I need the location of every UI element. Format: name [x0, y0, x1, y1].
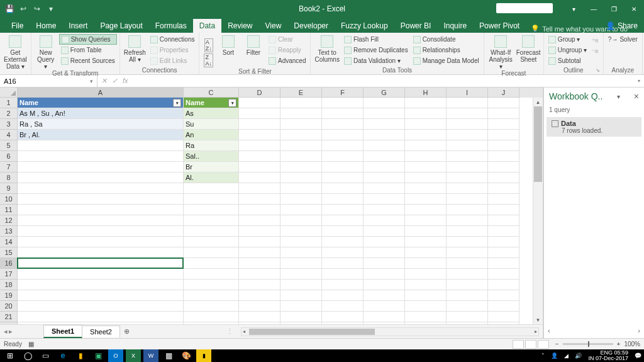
cell[interactable]	[488, 194, 519, 205]
row-header[interactable]: 6	[0, 151, 18, 162]
cell[interactable]	[488, 280, 519, 290]
cell[interactable]	[280, 290, 322, 301]
row-header[interactable]: 15	[0, 247, 18, 258]
get-external-data-button[interactable]: Get External Data ▾	[3, 34, 28, 70]
ungroup-button[interactable]: Ungroup ▾	[547, 45, 589, 55]
cell[interactable]	[447, 312, 488, 322]
cell[interactable]	[488, 322, 519, 324]
expand-formula-bar-icon[interactable]: ▾	[634, 78, 644, 84]
tab-inquire[interactable]: Inquire	[437, 19, 473, 33]
tab-power-bi[interactable]: Power BI	[394, 19, 438, 33]
cell[interactable]	[322, 301, 364, 312]
row-header[interactable]: 12	[0, 215, 18, 226]
cell[interactable]	[322, 140, 364, 151]
cell[interactable]	[488, 237, 519, 247]
subtotal-button[interactable]: Subtotal	[547, 55, 589, 66]
cell[interactable]	[184, 258, 239, 269]
cell[interactable]	[447, 130, 488, 140]
cell[interactable]	[364, 162, 405, 173]
cell[interactable]	[488, 290, 519, 301]
cell[interactable]	[447, 98, 488, 108]
cell[interactable]	[447, 301, 488, 312]
scroll-thumb[interactable]	[249, 329, 375, 335]
cell[interactable]	[405, 237, 447, 247]
cell[interactable]	[18, 173, 184, 183]
word-icon[interactable]: W	[143, 349, 158, 362]
cell[interactable]	[18, 280, 184, 290]
task-view-icon[interactable]: ▭	[38, 349, 53, 362]
cell[interactable]	[447, 140, 488, 151]
cell[interactable]	[364, 226, 405, 237]
redo-icon[interactable]: ↪	[31, 3, 43, 14]
cell[interactable]	[280, 98, 322, 108]
select-all-button[interactable]	[0, 88, 18, 98]
cell[interactable]	[184, 215, 239, 226]
row-header[interactable]: 11	[0, 205, 18, 215]
cell[interactable]	[405, 290, 447, 301]
cortana-search-icon[interactable]: ◯	[20, 349, 35, 362]
cell[interactable]	[239, 322, 280, 324]
cell[interactable]	[364, 258, 405, 269]
tab-data[interactable]: Data	[193, 19, 221, 33]
cell[interactable]	[239, 98, 280, 108]
cell[interactable]	[405, 322, 447, 324]
tab-insert[interactable]: Insert	[62, 19, 94, 33]
cell[interactable]	[364, 151, 405, 162]
cell[interactable]	[405, 312, 447, 322]
cell[interactable]	[405, 280, 447, 290]
add-sheet-button[interactable]: ⊕	[120, 327, 134, 336]
sort-az-button[interactable]: AZ↓	[203, 38, 215, 53]
undo-icon[interactable]: ↩	[18, 3, 29, 14]
cell[interactable]	[239, 205, 280, 215]
cell[interactable]	[447, 173, 488, 183]
group-button[interactable]: Group ▾	[547, 34, 589, 45]
cell[interactable]	[364, 205, 405, 215]
cell[interactable]	[280, 237, 322, 247]
cell[interactable]	[447, 151, 488, 162]
cell[interactable]	[364, 194, 405, 205]
cell[interactable]	[447, 108, 488, 119]
cell[interactable]	[184, 247, 239, 258]
edge-icon[interactable]: e	[55, 349, 70, 362]
cell[interactable]	[18, 322, 184, 324]
row-header[interactable]: 22	[0, 322, 18, 324]
what-if-analysis-button[interactable]: What-If Analysis ▾	[487, 34, 515, 70]
tray-chevron-up-icon[interactable]: ˄	[541, 353, 545, 359]
query-item[interactable]: Data 7 rows loaded.	[547, 117, 641, 137]
row-header[interactable]: 16	[0, 258, 18, 269]
cell[interactable]	[364, 183, 405, 194]
cell[interactable]	[405, 108, 447, 119]
cell[interactable]	[488, 98, 519, 108]
cell[interactable]	[280, 205, 322, 215]
cell[interactable]	[405, 205, 447, 215]
cell[interactable]	[280, 183, 322, 194]
cell[interactable]	[239, 119, 280, 130]
cell[interactable]	[322, 205, 364, 215]
share-button[interactable]: 👤 Share	[606, 21, 638, 30]
cell[interactable]	[322, 98, 364, 108]
tab-developer[interactable]: Developer	[287, 19, 335, 33]
column-header-E[interactable]: E	[280, 88, 322, 98]
cell[interactable]	[239, 312, 280, 322]
row-header[interactable]: 19	[0, 290, 18, 301]
cell[interactable]	[488, 269, 519, 280]
cell[interactable]	[364, 290, 405, 301]
pane-scroll-right-icon[interactable]: ›	[638, 327, 640, 338]
cell[interactable]	[405, 247, 447, 258]
cell[interactable]	[18, 312, 184, 322]
cell[interactable]	[184, 322, 239, 324]
cell[interactable]	[447, 205, 488, 215]
filter-dropdown-icon[interactable]: ▾	[228, 99, 236, 107]
cell[interactable]	[488, 162, 519, 173]
cell[interactable]	[18, 290, 184, 301]
column-header-F[interactable]: F	[322, 88, 364, 98]
cell[interactable]	[239, 108, 280, 119]
cell[interactable]	[405, 140, 447, 151]
consolidate-button[interactable]: Consolidate	[411, 34, 481, 45]
cell[interactable]	[280, 215, 322, 226]
cell[interactable]	[488, 108, 519, 119]
cell[interactable]	[322, 269, 364, 280]
outline-dialog-launcher[interactable]: ↘	[595, 67, 601, 73]
cell[interactable]	[18, 215, 184, 226]
cell[interactable]	[364, 269, 405, 280]
